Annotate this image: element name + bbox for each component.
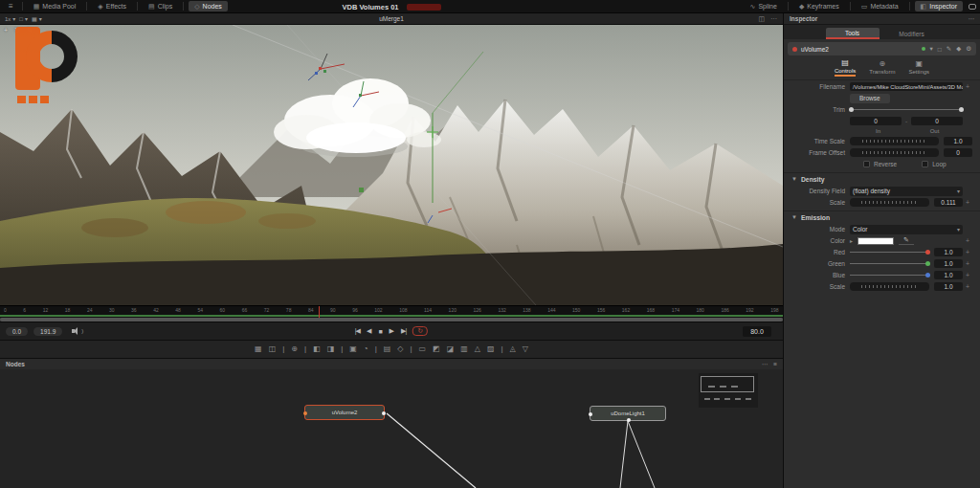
node-graph-minimap[interactable] [699, 373, 758, 408]
node-tool-icon[interactable]: ◫ [269, 345, 277, 353]
node-tool-icon[interactable]: ◩ [433, 345, 440, 353]
split-view-icon[interactable]: ◫ [758, 15, 765, 23]
expand-icon[interactable]: ▸ [850, 237, 853, 244]
inspector-node-header[interactable]: uVolume2 ▾ □ ✎ ◆ ⚙ [788, 42, 976, 55]
node-tool-icon[interactable]: ▦ [255, 345, 262, 353]
density-section-header[interactable]: ▼ Density [784, 172, 980, 185]
node-tool-icon[interactable]: | [375, 345, 377, 353]
node-input-dot[interactable] [303, 411, 307, 415]
node-input-dot[interactable] [589, 412, 592, 416]
node-tool-icon[interactable]: ▨ [487, 345, 495, 353]
red-value[interactable]: 1.0 [934, 248, 963, 256]
go-to-start-button[interactable]: |◀ [355, 327, 360, 335]
stop-button[interactable]: ■ [378, 328, 382, 335]
trim-out-field[interactable]: 0 [911, 117, 963, 125]
viewer-guides-dropdown[interactable]: □ ▾ [19, 15, 28, 22]
viewer-options-dropdown[interactable]: ▦ ▾ [32, 15, 42, 22]
pan-tool-icon[interactable]: + [4, 27, 8, 34]
red-slider[interactable] [850, 252, 929, 253]
viewer-zoom-dropdown[interactable]: 1x ▾ [5, 15, 15, 22]
nodes-more-icon[interactable]: ⋯ [762, 361, 768, 368]
inspector-button[interactable]: ◧ Inspector [915, 1, 963, 11]
media-pool-button[interactable]: ▦ Media Pool [28, 1, 82, 11]
play-button[interactable]: ▶ [390, 327, 394, 335]
spline-button[interactable]: ∿ Spline [745, 1, 783, 11]
keyframe-add-icon[interactable]: + [963, 272, 972, 278]
emission-scale-scrubber[interactable] [850, 282, 929, 291]
keyframes-button[interactable]: ◆ Keyframes [793, 1, 845, 11]
node-output-dot[interactable] [382, 411, 386, 415]
keyframe-add-icon[interactable]: + [963, 199, 972, 206]
green-slider-handle[interactable] [925, 261, 930, 266]
browse-button[interactable]: Browse [850, 94, 890, 103]
loop-button[interactable]: ↻ [412, 326, 428, 336]
keyframe-add-icon[interactable]: + [963, 283, 972, 290]
node-tool-icon[interactable]: ◬ [510, 345, 516, 353]
viewer-more-icon[interactable]: ⋯ [770, 15, 777, 23]
node-tool-icon[interactable]: ▭ [419, 345, 427, 353]
keyframe-add-icon[interactable]: + [963, 260, 972, 267]
hamburger-menu-icon[interactable]: ≡ [5, 2, 17, 11]
node-tool-icon[interactable]: ▤ [384, 345, 391, 353]
blue-slider-handle[interactable] [925, 273, 930, 277]
settings-gear-icon[interactable]: ⚙ [966, 45, 971, 53]
emission-section-header[interactable]: ▼ Emission [784, 211, 980, 223]
feedback-bubble-icon[interactable] [969, 4, 976, 10]
nodes-button[interactable]: ◇ Nodes [189, 1, 228, 11]
current-frame-field[interactable]: 80.0 [743, 326, 771, 337]
node-udomelight1[interactable]: uDomeLight1 [590, 406, 666, 421]
audio-mute-button[interactable]: ) [72, 327, 83, 336]
node-tool-icon[interactable]: ▥ [460, 345, 468, 353]
tab-modifiers[interactable]: Modifiers [885, 28, 939, 39]
tab-tools[interactable]: Tools [826, 28, 880, 39]
trim-range-slider[interactable] [850, 109, 963, 110]
timeline-ruler[interactable]: 0612182430364248546066727884909610210811… [0, 305, 783, 318]
range-start-field[interactable]: 0.0 [6, 327, 28, 336]
trim-in-field[interactable]: 0 [850, 117, 902, 125]
go-to-end-button[interactable]: ▶| [401, 327, 406, 335]
versions-icon[interactable]: □ [938, 46, 942, 53]
chevron-down-icon[interactable]: ▾ [930, 45, 933, 53]
subtab-settings[interactable]: ▣ Settings [908, 59, 929, 76]
node-tool-icon[interactable]: ◔ [364, 345, 368, 353]
node-uvolume2[interactable]: uVolume2 [304, 405, 385, 420]
density-scale-scrubber[interactable] [850, 198, 929, 207]
time-scale-scrubber[interactable] [850, 137, 939, 145]
clips-button[interactable]: ▤ Clips [143, 1, 178, 11]
range-end-field[interactable]: 191.9 [33, 327, 62, 336]
node-tool-icon[interactable]: | [304, 345, 306, 353]
node-enabled-dot[interactable] [922, 47, 925, 51]
color-swatch[interactable] [858, 237, 894, 245]
green-slider[interactable] [850, 263, 929, 264]
node-tool-icon[interactable]: ▽ [523, 345, 528, 353]
node-tool-icon[interactable]: ◧ [313, 345, 321, 353]
node-tool-icon[interactable]: ▣ [349, 345, 357, 353]
inspector-more-icon[interactable]: ⋯ [969, 15, 975, 23]
loop-checkbox[interactable]: Loop [922, 161, 946, 167]
trim-in-handle[interactable] [849, 107, 854, 112]
node-tool-icon[interactable]: ⊕ [291, 345, 298, 353]
play-reverse-button[interactable]: ◀ [367, 327, 371, 335]
mode-dropdown[interactable]: Color ▾ [850, 225, 963, 234]
filename-field[interactable]: /Volumes/Mike CloudStoreMini/Assets/3D M… [850, 82, 963, 91]
effects-button[interactable]: ◈ Effects [92, 1, 132, 11]
keyframe-add-icon[interactable]: + [963, 237, 972, 244]
node-graph-canvas[interactable]: uVolume2 uDomeLight1 [0, 369, 783, 488]
node-output-dot[interactable] [627, 418, 631, 422]
nodes-menu-icon[interactable]: ≡ [773, 361, 777, 368]
subtab-transform[interactable]: ⊕ Transform [869, 59, 895, 76]
reverse-checkbox[interactable]: Reverse [863, 161, 897, 167]
node-tool-icon[interactable]: ◪ [447, 345, 455, 353]
frame-offset-scrubber[interactable] [850, 148, 939, 157]
green-value[interactable]: 1.0 [934, 259, 963, 268]
node-tool-icon[interactable]: | [282, 345, 284, 353]
node-tool-icon[interactable]: △ [475, 345, 480, 353]
playhead[interactable] [319, 306, 320, 318]
node-tool-icon[interactable]: | [341, 345, 343, 353]
keyframe-add-icon[interactable]: + [963, 83, 972, 90]
blue-slider[interactable] [850, 275, 929, 276]
blue-value[interactable]: 1.0 [934, 271, 963, 279]
node-tool-icon[interactable]: ◇ [397, 345, 403, 353]
subtab-controls[interactable]: ▤ Controls [835, 58, 856, 77]
color-picker-icon[interactable]: ✎ [899, 236, 914, 245]
